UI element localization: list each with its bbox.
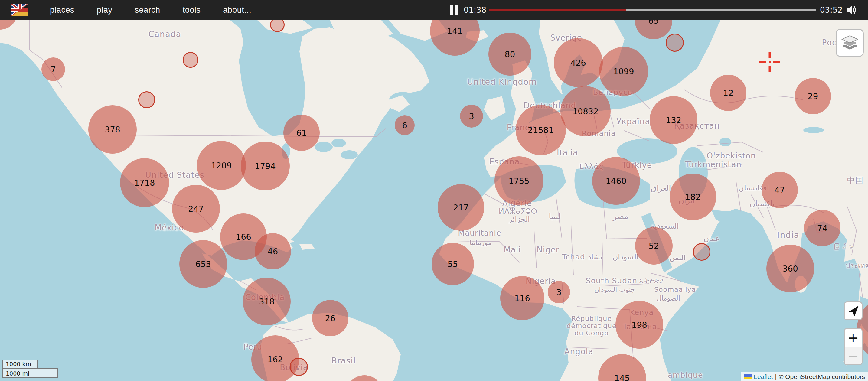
cluster-marker[interactable]: 61 (283, 115, 320, 151)
map-markers-layer: 7378171812091794612476531664631826162631… (0, 0, 868, 381)
cluster-marker[interactable]: 74 (804, 210, 840, 246)
circle-marker[interactable] (666, 34, 684, 52)
cluster-count: 247 (188, 204, 204, 214)
cluster-marker[interactable]: 198 (616, 301, 663, 349)
cluster-marker[interactable]: 318 (243, 278, 291, 325)
cluster-count: 653 (195, 259, 211, 269)
cluster-count: 26 (325, 314, 335, 323)
cluster-marker[interactable]: 46 (255, 233, 291, 269)
cluster-marker[interactable]: 3 (548, 281, 570, 303)
cluster-count: 378 (105, 125, 120, 134)
progress-bar[interactable] (489, 9, 816, 11)
country-label: اليمن (669, 253, 685, 262)
leaflet-link[interactable]: Leaflet (754, 373, 773, 380)
cluster-count: 61 (297, 128, 307, 137)
cluster-count: 3 (469, 112, 474, 121)
crosshair-marker-icon (758, 51, 781, 73)
cluster-marker[interactable]: 12 (710, 75, 746, 111)
cluster-marker[interactable]: 182 (670, 173, 716, 220)
cluster-marker[interactable]: 47 (762, 172, 798, 208)
cluster-marker[interactable]: 52 (635, 227, 673, 264)
cluster-marker[interactable]: 217 (438, 184, 484, 231)
cluster-count: 47 (775, 185, 785, 195)
cluster-count: 21581 (528, 126, 554, 135)
country-label: India (777, 230, 799, 240)
cluster-marker[interactable]: 162 (251, 335, 299, 381)
cluster-marker[interactable]: 360 (766, 245, 814, 292)
cluster-marker[interactable]: 378 (88, 105, 137, 154)
country-label: ประเทศไ (846, 260, 868, 271)
country-label: ambique (668, 371, 703, 380)
app-window: CanadaUnited StatesMéxicoColombiaPerúBol… (0, 0, 868, 381)
map-canvas[interactable]: CanadaUnited StatesMéxicoColombiaPerúBol… (0, 0, 868, 381)
cluster-marker[interactable]: 1755 (495, 156, 544, 205)
zoom-out-button[interactable]: − (845, 347, 862, 365)
cluster-marker[interactable]: 26 (312, 300, 348, 336)
cluster-marker[interactable]: 29 (795, 78, 831, 114)
scale-mi: 1000 mi (2, 368, 58, 378)
menu-item-about[interactable]: about... (223, 5, 251, 15)
cluster-marker[interactable]: 132 (650, 96, 698, 144)
cluster-count: 74 (817, 223, 828, 233)
cluster-count: 162 (267, 355, 283, 364)
country-label: Brasil (331, 356, 356, 365)
cluster-marker[interactable]: 1718 (120, 158, 169, 207)
circle-marker[interactable] (693, 243, 710, 261)
cluster-count: 1794 (255, 161, 276, 171)
menu-item-play[interactable]: play (97, 5, 113, 15)
cluster-marker[interactable]: 6 (395, 115, 415, 135)
locate-me-button[interactable] (844, 301, 863, 320)
speaker-icon[interactable] (845, 4, 857, 16)
progress-bar-fill (489, 9, 626, 11)
country-label: Niger (537, 245, 559, 254)
cluster-marker[interactable]: 55 (432, 243, 474, 285)
top-navigation-bar: places play search tools about... 01:38 … (0, 0, 868, 20)
country-label: Canada (149, 29, 182, 39)
country-label: O'zbekiston (707, 151, 756, 160)
cluster-marker[interactable]: 1794 (241, 141, 290, 191)
cluster-marker[interactable]: 7 (41, 58, 65, 81)
cluster-marker[interactable]: 1099 (599, 47, 648, 96)
menu-item-places[interactable]: places (50, 5, 74, 15)
cluster-count: 12 (723, 88, 734, 98)
cluster-marker[interactable]: 653 (179, 240, 227, 288)
country-label: السودان (613, 253, 639, 261)
layers-control-button[interactable] (836, 29, 864, 57)
country-label: démocratique (566, 322, 616, 329)
menu-item-search[interactable]: search (135, 5, 160, 15)
cluster-count: 318 (259, 297, 275, 306)
cluster-marker[interactable]: 247 (172, 185, 220, 232)
country-label: ኢትዮጵያ (639, 277, 664, 285)
cluster-count: 360 (782, 264, 798, 273)
cluster-marker[interactable]: 426 (554, 38, 603, 87)
cluster-count: 217 (453, 203, 469, 212)
cluster-marker[interactable]: 1460 (592, 157, 640, 205)
attribution-separator: | (775, 373, 776, 380)
cluster-count: 46 (268, 247, 278, 256)
cluster-marker[interactable]: 10832 (560, 86, 611, 136)
uk-german-flag-icon[interactable] (11, 4, 28, 16)
cluster-marker[interactable]: 3 (460, 105, 483, 128)
country-label: Рос (822, 38, 837, 47)
cluster-marker[interactable]: 1209 (197, 141, 246, 190)
country-label: du Congo (574, 329, 609, 337)
cluster-marker[interactable]: 80 (489, 33, 531, 75)
cluster-count: 7 (51, 65, 56, 74)
scale-km: 1000 km (2, 360, 37, 369)
pause-icon[interactable] (450, 4, 458, 15)
circle-marker[interactable] (183, 52, 198, 68)
menu-item-tools[interactable]: tools (183, 5, 201, 15)
attribution-bar: Leaflet | © OpenStreetMap contributors (741, 372, 868, 381)
circle-marker[interactable] (138, 91, 155, 108)
zoom-in-button[interactable]: + (845, 329, 862, 347)
cluster-marker[interactable]: 116 (500, 276, 545, 320)
cluster-marker[interactable]: 21581 (516, 105, 566, 155)
cluster-marker[interactable]: 145 (598, 354, 646, 381)
audio-player: 01:38 03:52 (450, 0, 857, 20)
osm-credit: © OpenStreetMap contributors (779, 373, 865, 380)
country-label: 中国 (847, 175, 864, 186)
cluster-marker-edge[interactable] (346, 375, 383, 381)
circle-marker[interactable] (290, 358, 308, 376)
layers-icon (841, 35, 858, 51)
country-label: Україна (616, 117, 650, 126)
